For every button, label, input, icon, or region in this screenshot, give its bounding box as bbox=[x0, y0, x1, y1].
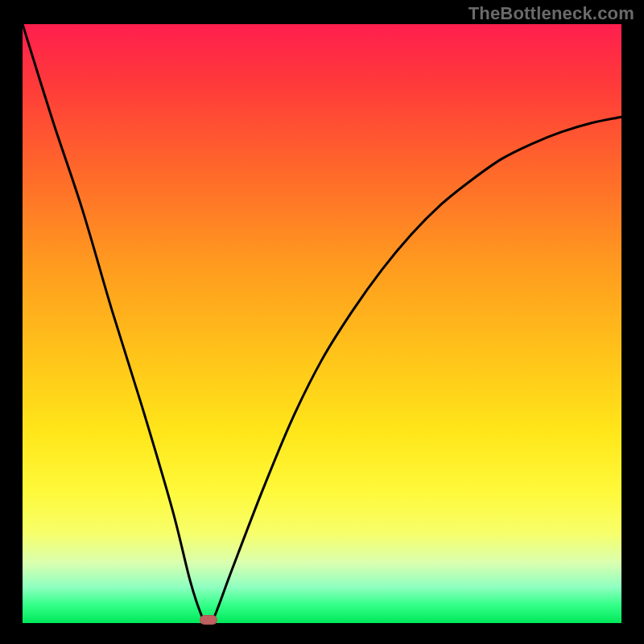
min-marker bbox=[200, 615, 217, 625]
chart-frame: TheBottleneck.com bbox=[0, 0, 644, 644]
curve-layer bbox=[23, 24, 621, 623]
watermark-text: TheBottleneck.com bbox=[469, 3, 634, 24]
bottleneck-curve bbox=[23, 24, 621, 623]
plot-area bbox=[23, 24, 621, 623]
